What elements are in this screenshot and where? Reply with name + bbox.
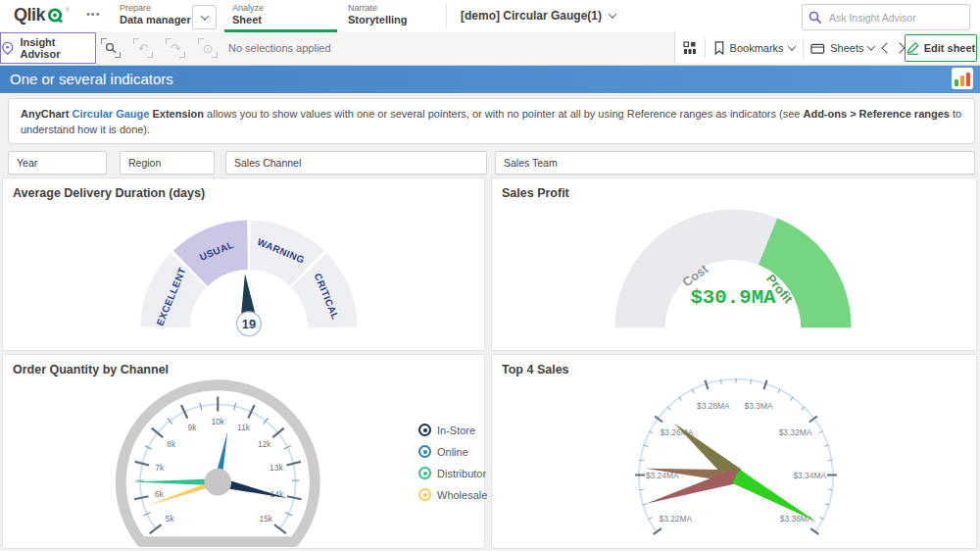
sheet-icon xyxy=(810,42,825,55)
toolbar-right-zone: Bookmarks Sheets xyxy=(674,32,906,64)
panel-average-delivery-duration: Average Delivery Duration (days) EXCELLE… xyxy=(2,177,485,351)
bar-chart-icon[interactable] xyxy=(952,68,973,89)
legend-swatch-icon xyxy=(418,467,431,479)
clear-selections-icon[interactable]: ⊙ xyxy=(198,38,218,58)
bookmark-icon xyxy=(713,41,725,55)
top-navigation-bar: Qlik ® ••• Prepare Data manager Analyze … xyxy=(0,0,980,33)
insight-advisor-search[interactable] xyxy=(802,4,970,30)
prepare-dropdown-button[interactable] xyxy=(192,5,217,29)
svg-text:10k: 10k xyxy=(211,417,224,426)
app-title-text: [demo] Circular Gauge(1) xyxy=(461,9,602,23)
panel-sales-profit: Sales Profit CostProfit$30.9MA xyxy=(491,177,977,351)
svg-text:$3.36MA: $3.36MA xyxy=(780,514,813,524)
delivery-duration-gauge[interactable]: EXCELLENTUSUALWARNINGCRITICAL19 xyxy=(3,178,484,350)
svg-text:$3.32MA: $3.32MA xyxy=(779,427,812,437)
chevron-down-icon xyxy=(200,12,208,20)
svg-text:8k: 8k xyxy=(167,439,176,449)
svg-text:11k: 11k xyxy=(237,423,251,432)
bar-green xyxy=(955,79,958,86)
redo-selection-icon[interactable]: ↷ xyxy=(166,38,185,58)
svg-text:5k: 5k xyxy=(166,514,175,524)
filter-region[interactable]: Region xyxy=(120,151,215,175)
panel-title: Order Quantity by Channel xyxy=(13,363,169,376)
filter-sales-channel[interactable]: Sales Channel xyxy=(225,151,487,175)
panel-title: Average Delivery Duration (days) xyxy=(13,186,205,200)
toolbar-divider xyxy=(803,38,804,58)
sector-gauge-svg: EXCELLENTUSUALWARNINGCRITICAL19 xyxy=(3,178,484,350)
svg-text:15k: 15k xyxy=(259,514,272,524)
global-menu-button[interactable]: ••• xyxy=(86,8,101,20)
svg-text:7k: 7k xyxy=(155,463,165,473)
sales-profit-gauge[interactable]: CostProfit$30.9MA xyxy=(492,178,976,350)
sheets-menu[interactable]: Sheets xyxy=(810,42,874,55)
chevron-right-icon xyxy=(894,42,905,53)
description-link[interactable]: Circular Gauge xyxy=(73,108,150,120)
order-quantity-gauge[interactable]: 5k6k7k8k9k10k11k12k13k14k15k xyxy=(3,355,484,548)
svg-text:9k: 9k xyxy=(187,423,197,432)
app-title-menu[interactable]: [demo] Circular Gauge(1) xyxy=(461,9,615,23)
svg-text:6k: 6k xyxy=(155,489,165,499)
filter-sales-team[interactable]: Sales Team xyxy=(495,151,975,175)
edit-sheet-button[interactable]: Edit sheet xyxy=(905,34,977,62)
svg-text:$3.22MA: $3.22MA xyxy=(659,514,692,524)
legend-item-distributor[interactable]: Distributor xyxy=(418,467,487,479)
panel-order-quantity: Order Quantity by Channel 5k6k7k8k9k10k1… xyxy=(2,354,485,549)
no-selections-label: No selections applied xyxy=(228,42,331,54)
svg-text:19: 19 xyxy=(242,317,256,331)
bar-orange xyxy=(960,75,964,86)
legend-item-online[interactable]: Online xyxy=(418,445,487,458)
tab-narrate[interactable]: Narrate Storytelling xyxy=(348,3,408,26)
range-gauge-svg: CostProfit$30.9MA xyxy=(492,178,976,350)
legend-label: Online xyxy=(437,446,468,458)
qlik-q-icon xyxy=(47,7,64,24)
svg-text:12k: 12k xyxy=(258,439,271,449)
svg-text:$3.3MA: $3.3MA xyxy=(745,401,773,411)
panel-title: Sales Profit xyxy=(502,186,569,200)
app-objects-grid-icon xyxy=(683,41,697,55)
panel-top4-sales: Top 4 Sales $3.22MA$3.24MA$3.26MA$3.28MA… xyxy=(491,354,977,549)
legend-label: In-Store xyxy=(437,425,475,436)
filter-year[interactable]: Year xyxy=(8,151,107,175)
channel-legend: In-StoreOnlineDistributorWholesale xyxy=(418,424,487,501)
toolbar-divider xyxy=(705,38,706,58)
tab-analyze[interactable]: Analyze Sheet xyxy=(232,3,264,26)
multi-needle-svg: $3.22MA$3.24MA$3.26MA$3.28MA$3.3MA$3.32M… xyxy=(492,355,976,548)
panel-title: Top 4 Sales xyxy=(502,363,569,376)
bookmarks-menu[interactable]: Bookmarks xyxy=(713,41,795,55)
sheet-title-bar: One or several indicators xyxy=(0,65,980,93)
search-input[interactable] xyxy=(827,11,949,25)
description-text: Add-ons > Reference ranges xyxy=(803,108,949,120)
topbar-divider xyxy=(446,4,447,28)
app-objects-button[interactable] xyxy=(683,41,697,55)
smart-search-icon[interactable] xyxy=(101,38,121,58)
selections-toolbar: Insight Advisor ↶ ↷ ⊙ No selections appl… xyxy=(0,32,980,66)
legend-label: Distributor xyxy=(437,468,486,479)
chevron-left-icon xyxy=(881,42,892,53)
insight-advisor-icon xyxy=(1,41,14,56)
previous-sheet-button[interactable] xyxy=(880,37,893,59)
chevron-down-icon xyxy=(867,42,875,50)
svg-text:$3.28MA: $3.28MA xyxy=(697,401,730,411)
svg-text:$30.9MA: $30.9MA xyxy=(690,286,776,309)
description-text: AnyChart xyxy=(21,108,73,120)
legend-swatch-icon xyxy=(418,424,431,436)
top4-sales-gauge[interactable]: $3.22MA$3.24MA$3.26MA$3.28MA$3.3MA$3.32M… xyxy=(492,355,976,548)
sheet-description: AnyChart Circular Gauge Extension allows… xyxy=(8,98,975,144)
chevron-down-icon xyxy=(609,10,616,18)
legend-label: Wholesale xyxy=(437,489,487,501)
search-icon xyxy=(808,11,822,25)
tab-prepare[interactable]: Prepare Data manager xyxy=(120,3,191,26)
undo-selection-icon[interactable]: ↶ xyxy=(133,38,153,58)
svg-text:13k: 13k xyxy=(270,463,283,473)
registered-mark: ® xyxy=(66,7,70,13)
speedometer-svg: 5k6k7k8k9k10k11k12k13k14k15k xyxy=(3,355,484,548)
qlik-logo-text: Qlik xyxy=(14,5,45,25)
legend-item-wholesale[interactable]: Wholesale xyxy=(418,488,487,501)
pencil-icon xyxy=(906,41,919,55)
qlik-logo[interactable]: Qlik ® xyxy=(14,5,70,25)
insight-advisor-button[interactable]: Insight Advisor xyxy=(0,32,96,64)
legend-swatch-icon xyxy=(418,445,431,458)
svg-text:$3.34MA: $3.34MA xyxy=(793,471,826,480)
legend-item-in-store[interactable]: In-Store xyxy=(418,424,487,436)
description-text: Extension xyxy=(149,108,204,120)
